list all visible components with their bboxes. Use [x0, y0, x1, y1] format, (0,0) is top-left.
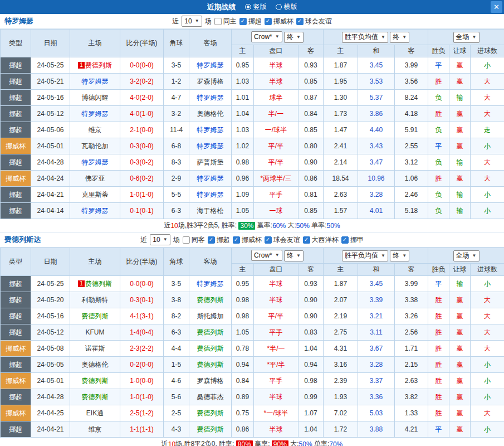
filter-checkbox[interactable]: 球会友谊: [296, 17, 332, 26]
match-date: 24-04-28: [31, 389, 70, 405]
filter-checkbox[interactable]: 挪威杯: [233, 235, 262, 245]
checkbox-icon[interactable]: [303, 236, 310, 244]
odds-away: 3.56: [395, 74, 428, 90]
avg-select[interactable]: 胜平负均值▼: [342, 32, 388, 43]
home-team-name: 特罗姆瑟: [82, 158, 109, 166]
checkbox-icon[interactable]: [214, 18, 222, 25]
close-button[interactable]: ✕: [491, 1, 502, 13]
summary-line: 近10场,胜3平2负5, 胜率: 30% 赢率:60% 大:50% 单率:50%: [0, 219, 504, 232]
avg-group-header: 胜平负均值▼ 终▼: [324, 248, 428, 264]
home-team-name: 维京: [89, 126, 102, 134]
filter-checkbox[interactable]: 挪超: [239, 17, 262, 26]
filter-checkbox[interactable]: 同客: [183, 235, 205, 245]
sub-odds-draw: 和: [358, 45, 395, 57]
results-body: 挪超 24-05-25 1费德列斯 0-0(0-0) 3-5 特罗姆瑟 0.95…: [1, 276, 504, 438]
avg-select[interactable]: 胜平负均值▼: [342, 250, 388, 261]
match-row: 挪超 24-04-21 克里斯蒂 1-0(1-0) 5-5 特罗姆瑟 1.09 …: [1, 187, 504, 203]
radio-unselected-icon[interactable]: [276, 4, 282, 10]
scope-select[interactable]: 全场▼: [453, 32, 479, 43]
odds-home: 1.87: [324, 276, 358, 292]
chevron-down-icon: ▼: [472, 254, 477, 258]
col-home: 主场: [70, 30, 120, 57]
corners: 5-6: [164, 389, 189, 405]
dialog-title: 近期战绩: [207, 2, 236, 12]
sub-odds-home: 主: [324, 264, 358, 276]
scope-select[interactable]: 全场▼: [453, 250, 479, 261]
radio-horizontal[interactable]: 横版: [276, 2, 297, 12]
match-count-select[interactable]: 10▼: [150, 234, 170, 245]
away-team-name: 费德列斯: [197, 296, 224, 304]
result-goals: 小: [471, 138, 504, 154]
result-handicap: 赢: [449, 57, 471, 74]
result-handicap: 输: [449, 154, 471, 171]
filter-checkbox[interactable]: 同主: [214, 17, 237, 26]
filter-checkbox[interactable]: 大西洋杯: [303, 235, 339, 245]
odds-away: 1.06: [395, 171, 428, 187]
checkbox-icon[interactable]: [265, 236, 272, 244]
filter-checkbox[interactable]: 挪甲: [341, 235, 364, 245]
odds-draw: 3.28: [358, 357, 395, 373]
odds-draw: 3.37: [358, 373, 395, 389]
checkbox-icon[interactable]: [296, 18, 304, 25]
odds-draw: 3.53: [358, 74, 395, 90]
home-team-name: EIK通: [86, 409, 104, 417]
summary-line: 近10场,胜8平2负0, 胜率: 80% 赢率: 90% 大:50% 单率:70…: [0, 438, 504, 446]
odds-draw: 3.45: [358, 57, 395, 74]
corners: 4-4: [164, 341, 189, 357]
chevron-down-icon: ▼: [402, 254, 407, 258]
ah-away-odds: 0.84: [299, 106, 324, 122]
bookmaker-select[interactable]: Crow*▼: [251, 31, 282, 42]
odds-draw: 3.39: [358, 292, 395, 308]
odds-stage-select[interactable]: 终▼: [284, 250, 304, 261]
ah-away-odds: 0.81: [299, 187, 324, 203]
result-wdl: 胜: [428, 308, 449, 324]
away-team-cell: 萨普斯堡: [189, 154, 232, 171]
ah-away-odds: 0.87: [299, 90, 324, 106]
filter-checkbox[interactable]: 球会友谊: [265, 235, 300, 245]
away-team-cell: 费德列斯: [189, 405, 232, 421]
match-row: 挪威杯 24-04-24 佛罗亚 0-6(0-2) 2-9 特罗姆瑟 0.96 …: [1, 171, 504, 187]
odds-home: 1.73: [324, 106, 358, 122]
bookmaker-select[interactable]: Crow*▼: [251, 250, 282, 261]
score: 0-3(0-0): [120, 138, 164, 154]
filter-checkbox[interactable]: 挪超: [208, 235, 230, 245]
away-team-cell: 特罗姆瑟: [189, 122, 232, 138]
sub-ah-away: 客: [299, 45, 324, 57]
ah-handicap: 一/球半: [254, 122, 299, 138]
checkbox-icon[interactable]: [341, 236, 349, 244]
odds-away: 8.24: [395, 90, 428, 106]
checkbox-icon[interactable]: [265, 18, 272, 25]
radio-vertical[interactable]: 竖版: [245, 2, 267, 12]
ah-home-odds: 1.05: [232, 324, 254, 341]
league-badge: 挪威杯: [1, 373, 31, 389]
avg-stage-select[interactable]: 终▼: [390, 32, 409, 43]
odds-draw: 3.21: [358, 308, 395, 324]
away-team-name: 罗森博格: [197, 77, 224, 85]
near-label: 近: [140, 235, 147, 245]
result-wdl: 胜: [428, 324, 449, 341]
ah-away-odds: 0.99: [299, 389, 324, 405]
checkbox-icon[interactable]: [239, 18, 247, 25]
odds-home: 2.14: [324, 154, 358, 171]
sub-odds-home: 主: [324, 45, 358, 57]
ah-away-odds: 0.90: [299, 292, 324, 308]
odds-draw: 10.96: [358, 171, 395, 187]
checkbox-icon[interactable]: [183, 236, 190, 244]
match-count-select[interactable]: 10▼: [182, 16, 202, 27]
odds-stage-select[interactable]: 终▼: [284, 32, 304, 43]
checkbox-icon[interactable]: [208, 236, 215, 244]
score: 0-1(0-1): [120, 203, 164, 219]
filter-checkbox[interactable]: 挪威杯: [265, 17, 293, 26]
col-score: 比分(半场): [120, 30, 164, 57]
odds-home: 3.16: [324, 357, 358, 373]
result-goals: 走: [471, 122, 504, 138]
checkbox-icon[interactable]: [233, 236, 240, 244]
result-handicap: 赢: [449, 138, 471, 154]
ah-home-odds: 0.95: [232, 276, 254, 292]
match-row: 挪超 24-05-05 奥德格伦 0-2(0-0) 1-5 费德列斯 0.94 …: [1, 357, 504, 373]
match-date: 24-04-25: [31, 405, 70, 421]
radio-selected-icon[interactable]: [245, 4, 251, 10]
odds-away: 3.99: [395, 276, 428, 292]
result-handicap: 赢: [449, 373, 471, 389]
avg-stage-select[interactable]: 终▼: [390, 250, 409, 261]
